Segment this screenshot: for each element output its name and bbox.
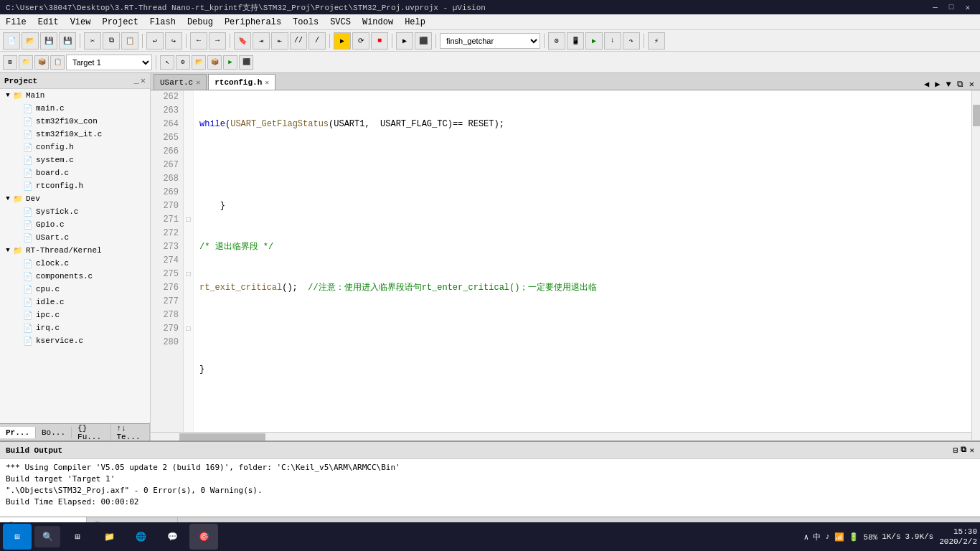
tray-battery[interactable]: 🔋 58% xyxy=(849,532,877,542)
tb2-btn4[interactable]: 📋 xyxy=(50,55,65,70)
tree-item-clock[interactable]: 📄 clock.c xyxy=(0,257,150,270)
paste-button[interactable]: 📋 xyxy=(121,32,138,50)
build-close-btn[interactable]: ✕ xyxy=(969,446,974,455)
tree-item-stm32f10x-it[interactable]: 📄 stm32f10x_it.c xyxy=(0,128,150,141)
step-over-button[interactable]: ↷ xyxy=(623,32,640,50)
minimize-button[interactable]: — xyxy=(928,3,942,12)
tree-folder-main[interactable]: ▼ 📁 Main xyxy=(0,89,150,102)
project-panel-close[interactable]: ✕ xyxy=(141,75,146,86)
tab-float-btn[interactable]: ⧉ xyxy=(954,80,966,90)
tree-item-board-c[interactable]: 📄 board.c xyxy=(0,166,150,179)
open-file-button[interactable]: 📂 xyxy=(22,32,39,50)
step-button[interactable]: ↓ xyxy=(604,32,621,50)
tab-dropdown[interactable]: ▼ xyxy=(943,80,954,90)
tb2-run-green-btn[interactable]: ▶ xyxy=(223,55,237,70)
menu-edit[interactable]: Edit xyxy=(32,14,65,29)
menu-help[interactable]: Help xyxy=(399,14,431,29)
vertical-scrollbar[interactable] xyxy=(971,90,980,441)
h-scroll-thumb[interactable] xyxy=(179,433,265,441)
code-content[interactable]: while(USART_GetFlagStatus(USART1, USART_… xyxy=(194,90,971,432)
stop-button[interactable]: ■ xyxy=(371,32,388,50)
tb2-btn2[interactable]: 📁 xyxy=(19,55,33,70)
horizontal-scrollbar[interactable] xyxy=(151,432,971,441)
tab-close-all[interactable]: ✕ xyxy=(966,79,977,90)
comment-button[interactable]: // xyxy=(290,32,307,50)
tree-item-kservice[interactable]: 📄 kservice.c xyxy=(0,334,150,347)
new-file-button[interactable]: 📄 xyxy=(3,32,20,50)
tree-item-usart[interactable]: 📄 USart.c xyxy=(0,231,150,244)
device-manager-button[interactable]: 📱 xyxy=(567,32,584,50)
panel-tab-books[interactable]: Bo... xyxy=(36,427,72,438)
rebuild-button[interactable]: ⟳ xyxy=(352,32,369,50)
tree-item-main-c[interactable]: 📄 main.c xyxy=(0,102,150,115)
target-dropdown[interactable]: Target 1 xyxy=(66,55,152,70)
tree-item-irq[interactable]: 📄 irq.c xyxy=(0,321,150,334)
menu-tools[interactable]: Tools xyxy=(287,14,324,29)
tree-item-stm32f10x-con[interactable]: 📄 stm32f10x_con xyxy=(0,115,150,128)
outdent-button[interactable]: ⇤ xyxy=(271,32,288,50)
menu-svcs[interactable]: SVCS xyxy=(324,14,357,29)
save-button[interactable]: 💾 xyxy=(40,32,57,50)
tray-network[interactable]: 📶 xyxy=(834,532,844,542)
tree-item-idle[interactable]: 📄 idle.c xyxy=(0,296,150,309)
undo-button[interactable]: ↩ xyxy=(146,32,164,50)
peripherals-button[interactable]: ⚡ xyxy=(648,32,665,50)
build-minimize-btn[interactable]: ⊟ xyxy=(953,446,958,455)
taskbar-search[interactable]: 🔍 xyxy=(34,526,60,547)
start-button[interactable]: ⊞ xyxy=(3,524,32,550)
close-button[interactable]: ✕ xyxy=(961,3,974,12)
indent-button[interactable]: ⇥ xyxy=(253,32,270,50)
tb2-project-btn[interactable]: 📂 xyxy=(192,55,206,70)
tb2-comp-btn[interactable]: 📦 xyxy=(207,55,222,70)
tree-item-config-h[interactable]: 📄 config.h xyxy=(0,141,150,154)
tab-usart-c[interactable]: USart.c ✕ xyxy=(154,74,207,90)
options-button[interactable]: ⚙ xyxy=(548,32,565,50)
browser-btn[interactable]: 🌐 xyxy=(126,524,155,550)
tree-item-rtconfig-h[interactable]: 📄 rtconfig.h xyxy=(0,179,150,192)
menu-flash[interactable]: Flash xyxy=(144,14,182,29)
tab-scroll-left[interactable]: ◀ xyxy=(921,79,932,90)
bookmark-button[interactable]: 🔖 xyxy=(234,32,251,50)
build-float-btn[interactable]: ⧉ xyxy=(961,446,966,455)
tb2-select-btn[interactable]: ↖ xyxy=(160,55,174,70)
tree-item-ipc[interactable]: 📄 ipc.c xyxy=(0,309,150,321)
system-clock[interactable]: 15:30 2020/2/2 xyxy=(939,527,977,547)
tree-item-gpio[interactable]: 📄 Gpio.c xyxy=(0,218,150,231)
cut-button[interactable]: ✂ xyxy=(84,32,101,50)
redo-button[interactable]: ↪ xyxy=(165,32,182,50)
debug-start-button[interactable]: ▶ xyxy=(396,32,413,50)
tree-folder-rtthread[interactable]: ▼ 📁 RT-Thread/Kernel xyxy=(0,244,150,257)
run-button[interactable]: ▶ xyxy=(585,32,603,50)
menu-project[interactable]: Project xyxy=(96,14,143,29)
copy-button[interactable]: ⧉ xyxy=(103,32,120,50)
build-button[interactable]: ▶ xyxy=(334,32,351,50)
tab-rtconfig-h[interactable]: rtconfig.h ✕ xyxy=(208,74,275,90)
tree-item-components[interactable]: 📄 components.c xyxy=(0,270,150,283)
tb2-btn3[interactable]: 📦 xyxy=(34,55,49,70)
tray-volume[interactable]: ♪ xyxy=(825,532,830,541)
tray-arrow[interactable]: ∧ xyxy=(804,532,809,542)
keil-btn[interactable]: 🎯 xyxy=(189,524,218,550)
chat-btn[interactable]: 💬 xyxy=(158,524,187,550)
menu-peripherals[interactable]: Peripherals xyxy=(219,14,287,29)
tb2-btn1[interactable]: ⊞ xyxy=(3,55,17,70)
v-scroll-thumb[interactable] xyxy=(973,105,980,126)
panel-tab-project[interactable]: Pr... xyxy=(0,427,36,438)
tree-item-system-c[interactable]: 📄 system.c xyxy=(0,154,150,166)
function-dropdown[interactable]: finsh_getchar xyxy=(440,33,540,49)
uncomment-button[interactable]: / xyxy=(308,32,326,50)
tab-scroll-right[interactable]: ▶ xyxy=(932,79,943,90)
tab-rtconfig-h-close[interactable]: ✕ xyxy=(265,78,269,87)
tb2-settings-btn[interactable]: ⚙ xyxy=(176,55,190,70)
nav-back-button[interactable]: ← xyxy=(190,32,207,50)
nav-forward-button[interactable]: → xyxy=(209,32,226,50)
menu-window[interactable]: Window xyxy=(357,14,399,29)
tb2-stop-btn[interactable]: ⬛ xyxy=(239,55,253,70)
menu-debug[interactable]: Debug xyxy=(182,14,219,29)
task-view-btn[interactable]: ⊞ xyxy=(63,524,92,550)
menu-view[interactable]: View xyxy=(65,14,97,29)
maximize-button[interactable]: □ xyxy=(945,3,958,12)
tree-folder-dev[interactable]: ▼ 📁 Dev xyxy=(0,192,150,205)
tree-item-systick[interactable]: 📄 SysTick.c xyxy=(0,205,150,218)
debug-stop-button[interactable]: ⬛ xyxy=(415,32,432,50)
